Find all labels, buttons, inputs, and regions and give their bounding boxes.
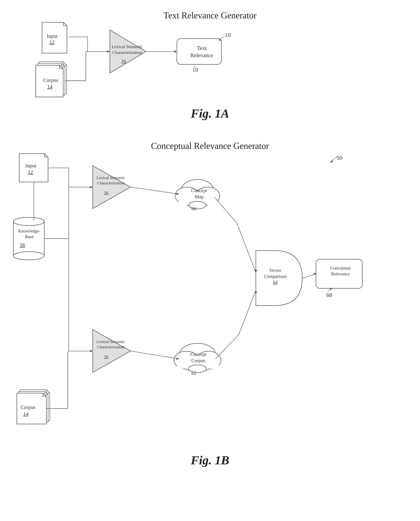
corpus-num-1b: 14 xyxy=(23,411,28,417)
ref-50: 50 xyxy=(337,155,342,161)
vector-comp-label: Vector Comparison 64 xyxy=(259,268,292,285)
input-num-1b: 12 xyxy=(28,169,33,175)
lsc-label-top-1b: Lexical SemanticCharacterization xyxy=(95,175,127,186)
fig-1b-label: Fig. 1B xyxy=(191,453,229,468)
kb-num-1b: 58 xyxy=(20,242,25,248)
svg-marker-56 xyxy=(314,273,316,275)
text-relevance-label-1a: Text Relevance xyxy=(180,45,224,59)
input-num-1a: 12 xyxy=(49,39,54,45)
svg-marker-46 xyxy=(177,193,179,195)
input-label-1b: Input xyxy=(25,163,36,169)
ref-68: 68 xyxy=(326,292,332,298)
svg-line-52 xyxy=(216,335,239,359)
svg-marker-33 xyxy=(90,186,93,188)
svg-line-45 xyxy=(131,187,178,194)
corpus-label-1a: Corpus xyxy=(43,77,58,83)
svg-overlay xyxy=(0,0,420,521)
concept-corpus-num: 62 xyxy=(191,371,196,376)
fig1b-title: Conceptual Relevance Generator xyxy=(151,141,269,151)
svg-point-29 xyxy=(188,365,206,372)
svg-point-17 xyxy=(13,252,44,260)
lsc-num-top-1b: 16 xyxy=(104,190,108,195)
corpus-label-1b: Corpus xyxy=(21,404,36,410)
kb-label-1b: Knowledge-Base xyxy=(17,228,42,239)
ref-10-bottom-1a: 10 xyxy=(192,67,198,73)
input-label-1a: Input xyxy=(47,33,58,39)
conceptual-rel-label: Conceptual Relevance xyxy=(319,265,362,277)
svg-point-16 xyxy=(13,217,44,226)
lsc-num-bottom-1b: 16 xyxy=(104,354,108,359)
triangle-lsc-bottom-1b xyxy=(93,330,130,372)
svg-marker-54 xyxy=(254,291,257,293)
svg-line-55 xyxy=(303,274,315,278)
diagram-container: Text Relevance Generator Input 12 Corpus… xyxy=(0,0,420,521)
lsc-label-1a: Lexical Semantic Characterization xyxy=(111,44,143,55)
svg-marker-48 xyxy=(177,357,179,360)
concept-corpus-label: ConceptCorpus xyxy=(184,351,212,364)
svg-marker-13 xyxy=(218,39,221,41)
svg-marker-11 xyxy=(174,50,177,53)
svg-line-59 xyxy=(328,289,331,291)
ref-10-top-1a: 10 xyxy=(225,32,231,38)
svg-marker-60 xyxy=(330,287,332,290)
concept-map-num: 60 xyxy=(191,206,196,211)
lsc-label-bottom-1b: Lexical SemanticCharacterization xyxy=(95,339,127,350)
fig1a-title: Text Relevance Generator xyxy=(164,10,256,20)
svg-line-47 xyxy=(131,351,178,359)
svg-marker-40 xyxy=(90,350,93,352)
svg-line-12 xyxy=(220,36,225,39)
corpus-num-1a: 14 xyxy=(47,84,52,89)
svg-line-53 xyxy=(239,292,255,335)
triangle-lsc-top-1b xyxy=(93,166,130,208)
fig-1a-label: Fig. 1A xyxy=(191,106,229,121)
svg-line-49 xyxy=(215,197,237,223)
svg-marker-3 xyxy=(107,50,110,53)
svg-marker-51 xyxy=(254,269,257,272)
svg-marker-58 xyxy=(330,160,333,162)
svg-line-50 xyxy=(237,223,255,271)
concept-map-label: ConceptMap xyxy=(186,187,212,200)
lsc-num-1a: 16 xyxy=(121,58,126,64)
